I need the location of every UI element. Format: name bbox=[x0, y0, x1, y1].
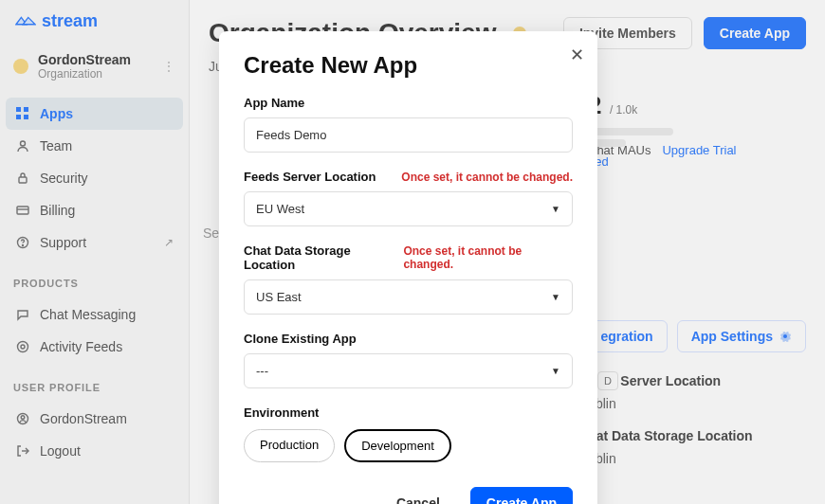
chevron-down-icon: ▼ bbox=[551, 204, 560, 214]
submit-create-app-button[interactable]: Create App bbox=[470, 487, 573, 504]
chat-location-select[interactable]: US East ▼ bbox=[244, 279, 573, 315]
clone-app-select[interactable]: --- ▼ bbox=[244, 353, 573, 388]
chevron-down-icon: ▼ bbox=[551, 366, 560, 376]
env-option-development[interactable]: Development bbox=[344, 429, 451, 462]
modal-title: Create New App bbox=[244, 52, 573, 79]
feeds-location-label: Feeds Server Location bbox=[244, 170, 376, 184]
chat-location-value: US East bbox=[256, 290, 302, 304]
env-option-production[interactable]: Production bbox=[244, 429, 335, 462]
feeds-location-warning: Once set, it cannot be changed. bbox=[401, 171, 573, 184]
chat-location-warning: Once set, it cannot be changed. bbox=[403, 244, 573, 271]
environment-label: Environment bbox=[244, 405, 573, 420]
feeds-location-value: EU West bbox=[256, 202, 304, 216]
close-icon[interactable]: ✕ bbox=[570, 45, 584, 65]
feeds-location-select[interactable]: EU West ▼ bbox=[244, 191, 573, 226]
clone-label: Clone Existing App bbox=[244, 332, 573, 346]
app-name-label: App Name bbox=[244, 96, 573, 110]
clone-app-value: --- bbox=[256, 364, 268, 378]
create-app-modal: Create New App ✕ App Name Feeds Server L… bbox=[219, 31, 597, 504]
app-name-input[interactable] bbox=[244, 117, 573, 153]
cancel-button[interactable]: Cancel bbox=[381, 487, 455, 504]
chat-location-label: Chat Data Storage Location bbox=[244, 243, 403, 272]
chevron-down-icon: ▼ bbox=[551, 292, 560, 302]
